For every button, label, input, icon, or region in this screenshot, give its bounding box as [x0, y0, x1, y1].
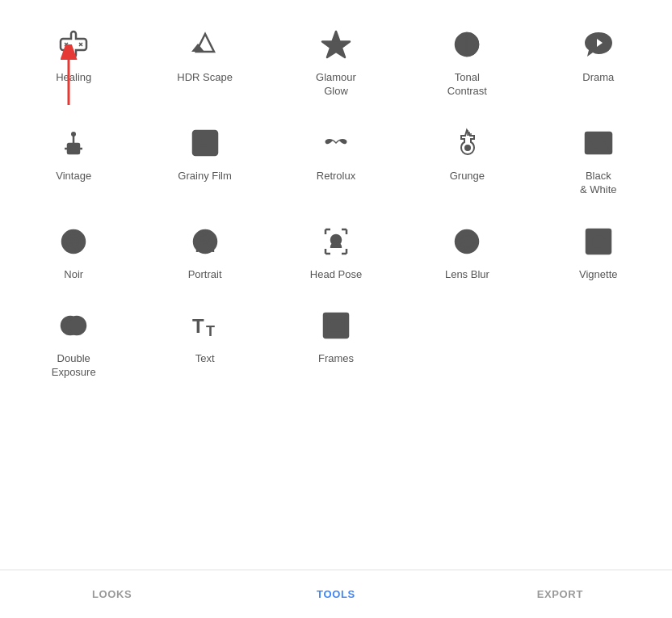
vintage-label: Vintage: [56, 170, 91, 183]
svg-rect-59: [329, 318, 343, 333]
vignette-label: Vignette: [579, 268, 617, 282]
tools-grid: Healing HDR Scape Glamour Glow: [0, 0, 672, 396]
grunge-label: Grunge: [450, 170, 485, 183]
tool-double-exposure[interactable]: Double Exposure: [8, 297, 139, 388]
svg-point-21: [199, 141, 202, 145]
tool-portrait[interactable]: Portrait: [139, 213, 270, 290]
tool-noir[interactable]: Noir: [8, 213, 139, 290]
vignette-icon: [578, 221, 619, 262]
svg-point-20: [208, 137, 212, 140]
tool-grunge[interactable]: Grunge: [401, 115, 532, 205]
hdr-scape-icon: [185, 24, 225, 65]
head-pose-icon: [316, 221, 356, 262]
noir-label: Noir: [64, 268, 83, 282]
vintage-icon: [53, 123, 94, 163]
svg-rect-12: [68, 144, 79, 153]
svg-point-26: [208, 146, 212, 149]
tool-text[interactable]: T T Text: [139, 297, 270, 388]
svg-marker-7: [191, 44, 204, 52]
tonal-contrast-icon: [447, 24, 487, 65]
lens-blur-label: Lens Blur: [445, 268, 489, 282]
noir-icon: [53, 221, 94, 262]
svg-point-25: [204, 146, 207, 149]
svg-point-19: [204, 137, 207, 140]
retrolux-icon: [316, 123, 356, 163]
tool-frames[interactable]: Frames: [271, 297, 401, 388]
tonal-contrast-label: Tonal Contrast: [447, 71, 487, 99]
tool-grainy-film[interactable]: Grainy Film: [139, 115, 270, 205]
tool-head-pose[interactable]: Head Pose: [271, 213, 401, 290]
bottom-nav: LOOKS TOOLS EXPORT: [0, 570, 672, 618]
tool-retrolux[interactable]: Retrolux: [271, 115, 401, 205]
grunge-icon: [447, 123, 487, 163]
double-exposure-icon: [53, 305, 94, 346]
head-pose-label: Head Pose: [310, 268, 362, 282]
svg-point-23: [208, 141, 212, 145]
tool-lens-blur[interactable]: Lens Blur: [401, 213, 532, 290]
svg-point-22: [204, 141, 207, 145]
empty-cell-1: [401, 297, 532, 388]
svg-point-55: [68, 317, 86, 334]
grainy-film-label: Grainy Film: [178, 170, 231, 183]
grainy-film-icon: [185, 123, 225, 163]
frames-icon: [316, 305, 356, 346]
nav-tools[interactable]: TOOLS: [224, 570, 447, 618]
svg-point-14: [71, 132, 76, 137]
svg-point-24: [199, 146, 202, 149]
retrolux-label: Retrolux: [317, 170, 355, 183]
svg-marker-8: [322, 32, 350, 57]
nav-export[interactable]: EXPORT: [448, 570, 672, 618]
empty-cell-2: [533, 297, 664, 388]
nav-looks[interactable]: LOOKS: [0, 570, 224, 618]
svg-point-37: [72, 240, 75, 243]
tool-glamour-glow[interactable]: Glamour Glow: [271, 16, 401, 107]
lens-blur-icon: [447, 221, 487, 262]
portrait-icon: [185, 221, 225, 262]
glamour-glow-icon: [316, 24, 356, 65]
tool-healing[interactable]: Healing: [8, 16, 139, 107]
text-label: Text: [195, 352, 215, 366]
svg-point-51: [464, 239, 469, 244]
hdr-scape-label: HDR Scape: [177, 71, 233, 85]
svg-text:T: T: [206, 323, 215, 339]
svg-point-53: [592, 235, 605, 248]
tool-hdr-scape[interactable]: HDR Scape: [139, 16, 270, 107]
healing-label: Healing: [56, 71, 91, 85]
svg-point-27: [464, 145, 471, 151]
drama-label: Drama: [582, 71, 614, 85]
black-white-icon: [578, 123, 619, 163]
tool-drama[interactable]: Drama: [533, 16, 664, 107]
frames-label: Frames: [318, 352, 354, 366]
svg-text:T: T: [192, 315, 204, 337]
tool-vintage[interactable]: Vintage: [8, 115, 139, 205]
svg-point-18: [199, 137, 202, 140]
tool-vignette[interactable]: Vignette: [533, 213, 664, 290]
black-white-label: Black & White: [580, 170, 617, 197]
glamour-glow-label: Glamour Glow: [316, 71, 356, 99]
tool-black-white[interactable]: Black & White: [533, 115, 664, 205]
portrait-label: Portrait: [188, 268, 222, 282]
text-icon: T T: [185, 305, 225, 346]
drama-icon: [578, 24, 619, 65]
healing-icon: [53, 24, 94, 65]
tool-tonal-contrast[interactable]: Tonal Contrast: [401, 16, 532, 107]
double-exposure-label: Double Exposure: [52, 352, 96, 380]
